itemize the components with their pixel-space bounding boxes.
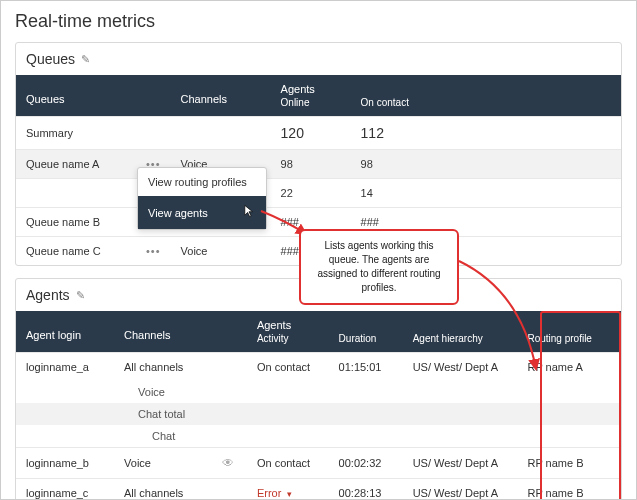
routing-cell: RP name A	[517, 353, 621, 382]
channel-cell: Voice	[171, 237, 271, 266]
subrow-label: Chat	[114, 425, 212, 448]
annotation-callout: Lists agents working this queue. The age…	[299, 229, 459, 305]
agent-row[interactable]: loginname_c All channels Error▾ 00:28:13…	[16, 479, 621, 501]
queue-name: Queue name A	[16, 150, 136, 179]
menu-view-routing[interactable]: View routing profiles	[138, 168, 266, 196]
queues-header: Queues ✎	[16, 43, 621, 75]
duration-cell: 01:15:01	[329, 353, 403, 382]
routing-cell: RP name B	[517, 448, 621, 479]
kebab-icon[interactable]: •••	[146, 245, 161, 257]
duration-cell: 00:02:32	[329, 448, 403, 479]
activity-cell: On contact	[247, 448, 329, 479]
subrow-label: Chat total	[114, 403, 212, 425]
col-queues[interactable]: Queues	[16, 75, 136, 117]
col-agents-group: Agents	[247, 311, 621, 333]
duration-cell: 00:28:13	[329, 479, 403, 501]
channel-cell: All channels	[114, 353, 212, 382]
edit-icon[interactable]: ✎	[81, 53, 90, 66]
channel-cell: All channels	[114, 479, 212, 501]
eye-icon[interactable]: 👁	[222, 456, 234, 470]
col-routing[interactable]: Routing profile	[517, 333, 621, 353]
col-login[interactable]: Agent login	[16, 311, 114, 353]
agent-subrow: Chat total	[16, 403, 621, 425]
menu-label: View agents	[148, 207, 208, 219]
col-hierarchy[interactable]: Agent hierarchy	[403, 333, 518, 353]
hierarchy-cell: US/ West/ Dept A	[403, 448, 518, 479]
login-cell: loginname_a	[16, 353, 114, 382]
col-oncontact[interactable]: On contact	[351, 97, 431, 117]
queue-name: Queue name B	[16, 208, 136, 237]
agents-table: Agent login Channels Agents Activity Dur…	[16, 311, 621, 500]
agents-title: Agents	[26, 287, 70, 303]
cursor-icon	[242, 204, 256, 221]
menu-label: View routing profiles	[148, 176, 247, 188]
subrow-label: Voice	[114, 381, 212, 403]
col-channels[interactable]: Channels	[114, 311, 247, 353]
col-online[interactable]: Online	[271, 97, 351, 117]
summary-row: Summary 120 112	[16, 117, 621, 150]
oncontact-cell: 14	[351, 179, 431, 208]
page-title: Real-time metrics	[15, 11, 622, 32]
oncontact-cell: 98	[351, 150, 431, 179]
summary-label: Summary	[16, 117, 136, 150]
annotation-text: Lists agents working this queue. The age…	[317, 240, 440, 293]
col-activity[interactable]: Activity	[247, 333, 329, 353]
login-cell: loginname_c	[16, 479, 114, 501]
edit-icon[interactable]: ✎	[76, 289, 85, 302]
menu-view-agents[interactable]: View agents	[138, 196, 266, 229]
col-duration[interactable]: Duration	[329, 333, 403, 353]
hierarchy-cell: US/ West/ Dept A	[403, 479, 518, 501]
agent-row[interactable]: loginname_b Voice 👁 On contact 00:02:32 …	[16, 448, 621, 479]
queue-row[interactable]: Chat 22 14	[16, 179, 621, 208]
col-channels[interactable]: Channels	[171, 75, 271, 117]
channel-cell: Voice	[114, 448, 212, 479]
agent-row[interactable]: loginname_a All channels On contact 01:1…	[16, 353, 621, 382]
activity-cell: Error	[257, 487, 281, 499]
routing-cell: RP name B	[517, 479, 621, 501]
queue-row[interactable]: Queue name A ••• Voice 98 98	[16, 150, 621, 179]
login-cell: loginname_b	[16, 448, 114, 479]
online-cell: 22	[271, 179, 351, 208]
summary-online: 120	[271, 117, 351, 150]
agent-subrow: Voice	[16, 381, 621, 403]
agents-card: Agents ✎ Agent login Channels Agents Act…	[15, 278, 622, 500]
agent-subrow: Chat	[16, 425, 621, 448]
col-agents-group: Agents	[271, 75, 431, 97]
summary-oncontact: 112	[351, 117, 431, 150]
hierarchy-cell: US/ West/ Dept A	[403, 353, 518, 382]
activity-cell: On contact	[247, 353, 329, 382]
queue-name: Queue name C	[16, 237, 136, 266]
context-menu: View routing profiles View agents	[137, 167, 267, 230]
online-cell: 98	[271, 150, 351, 179]
queues-title: Queues	[26, 51, 75, 67]
chevron-down-icon[interactable]: ▾	[287, 489, 292, 499]
